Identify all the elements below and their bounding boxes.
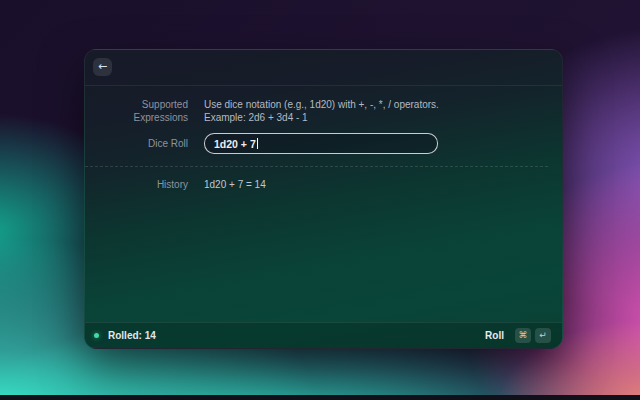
roll-button-label[interactable]: Roll <box>485 330 504 341</box>
command-key-icon: ⌘ <box>515 328 531 343</box>
dice-roll-label: Dice Roll <box>85 133 188 154</box>
primary-action-area[interactable]: Roll ⌘ ↵ <box>485 328 551 343</box>
dice-roll-input-value: 1d20 + 7 <box>214 138 256 150</box>
text-cursor <box>257 138 258 149</box>
supported-expressions-description: Use dice notation (e.g., 1d20) with +, -… <box>204 98 439 124</box>
description-line-2: Example: 2d6 + 3d4 - 1 <box>204 111 439 124</box>
window-header: ← <box>85 50 562 85</box>
history-row: History 1d20 + 7 = 14 <box>85 178 548 191</box>
status-area: Rolled: 14 <box>94 330 156 341</box>
back-arrow-icon: ← <box>98 60 107 73</box>
history-label: History <box>85 178 188 191</box>
dice-roll-extension-window: ← Supported Expressions Use dice notatio… <box>84 49 563 349</box>
enter-key-icon: ↵ <box>535 328 551 343</box>
description-line-1: Use dice notation (e.g., 1d20) with +, -… <box>204 98 439 111</box>
status-text: Rolled: 14 <box>108 330 156 341</box>
dice-roll-row: Dice Roll 1d20 + 7 <box>85 133 548 154</box>
action-bar: Rolled: 14 Roll ⌘ ↵ <box>85 322 562 348</box>
supported-expressions-label: Supported Expressions <box>85 98 188 124</box>
status-dot <box>94 333 99 338</box>
supported-expressions-row: Supported Expressions Use dice notation … <box>85 98 548 124</box>
dice-roll-input[interactable]: 1d20 + 7 <box>204 133 438 154</box>
form-area: Supported Expressions Use dice notation … <box>85 86 562 191</box>
history-value: 1d20 + 7 = 14 <box>204 178 266 191</box>
back-button[interactable]: ← <box>93 58 112 76</box>
desktop-background: ← Supported Expressions Use dice notatio… <box>0 0 640 400</box>
section-divider <box>85 166 548 167</box>
screen-bottom-edge <box>0 395 640 400</box>
